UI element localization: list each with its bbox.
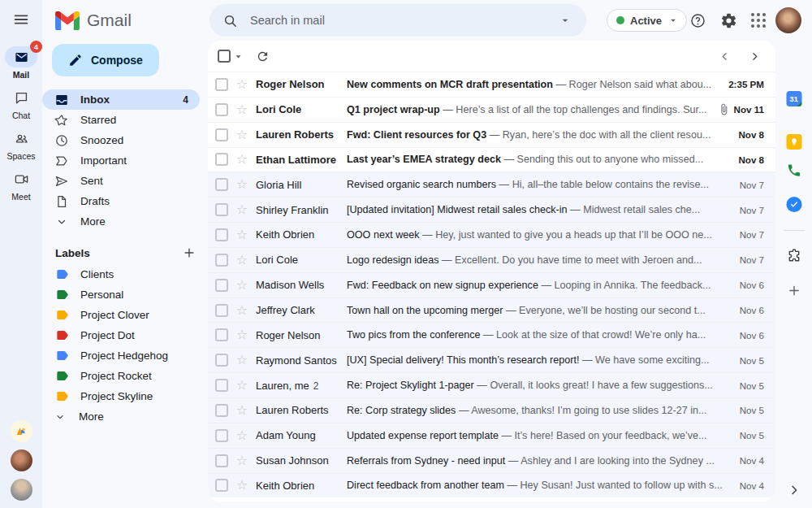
settings-button[interactable] (719, 11, 738, 30)
email-row[interactable]: ☆Lauren, me2Re: Project Skylight 1-pager… (208, 372, 775, 397)
row-checkbox[interactable] (215, 279, 228, 292)
sidebar-item-drafts[interactable]: Drafts (42, 191, 200, 211)
snippet: — Looping in Annika. The feedback... (538, 280, 711, 291)
row-checkbox[interactable] (215, 328, 228, 341)
row-checkbox[interactable] (215, 254, 228, 267)
sidebar-item-inbox[interactable]: Inbox4 (42, 89, 200, 110)
star-toggle[interactable]: ☆ (235, 404, 249, 417)
star-toggle[interactable]: ☆ (235, 479, 249, 492)
tasks-icon[interactable] (786, 197, 801, 212)
email-row[interactable]: ☆Keith ObrienDirect feedback from anothe… (208, 473, 775, 498)
star-toggle[interactable]: ☆ (235, 354, 249, 367)
contact-avatar-1[interactable] (11, 449, 32, 471)
labels-more-label: More (79, 410, 104, 423)
row-checkbox[interactable] (215, 454, 228, 467)
row-checkbox[interactable] (215, 78, 228, 91)
sidebar-item-starred[interactable]: Starred (42, 110, 200, 130)
refresh-button[interactable] (256, 50, 270, 63)
labels-more-button[interactable]: More (42, 406, 208, 427)
star-toggle[interactable]: ☆ (235, 128, 249, 141)
search-options-button[interactable] (559, 14, 572, 27)
email-row[interactable]: ☆Madison WellsFwd: Feedback on new signu… (208, 272, 775, 297)
email-row[interactable]: ☆Lauren RobertsRe: Corp strategy slides … (208, 397, 775, 423)
label-item-clients[interactable]: Clients (42, 264, 208, 284)
star-toggle[interactable]: ☆ (235, 429, 249, 442)
row-checkbox[interactable] (215, 304, 228, 317)
email-row[interactable]: ☆Lori ColeQ1 project wrap-up — Here’s a … (208, 97, 775, 122)
star-toggle[interactable]: ☆ (235, 279, 249, 292)
inbox-icon (54, 93, 69, 107)
star-toggle[interactable]: ☆ (235, 153, 249, 166)
sidebar-item-snoozed[interactable]: Snoozed (42, 130, 200, 150)
label-item-project-hedgehog[interactable]: Project Hedgehog (42, 345, 208, 366)
status-selector[interactable]: Active (607, 9, 687, 32)
star-toggle[interactable]: ☆ (235, 103, 249, 116)
email-row[interactable]: ☆Raymond Santos[UX] Special delivery! Th… (208, 347, 775, 372)
email-row[interactable]: ☆Roger NelsonTwo pics from the conferenc… (208, 322, 775, 347)
star-toggle[interactable]: ☆ (235, 78, 249, 91)
email-row[interactable]: ☆Shirley Franklin[Updated invitation] Mi… (208, 197, 775, 222)
search-icon[interactable] (222, 13, 238, 28)
star-toggle[interactable]: ☆ (235, 304, 249, 317)
star-toggle[interactable]: ☆ (235, 379, 249, 392)
addon-app-logo[interactable] (11, 420, 32, 442)
email-row[interactable]: ☆Ethan LattimoreLast year’s EMEA strateg… (208, 147, 775, 172)
row-checkbox[interactable] (215, 354, 228, 367)
search-bar[interactable]: Search in mail (209, 4, 586, 37)
label-item-project-skyline[interactable]: Project Skyline (42, 386, 208, 406)
star-toggle[interactable]: ☆ (235, 454, 249, 467)
star-toggle[interactable]: ☆ (235, 228, 249, 241)
sidebar-item-important[interactable]: Important (42, 150, 200, 171)
row-checkbox[interactable] (215, 153, 228, 166)
sidebar-item-sent[interactable]: Sent (42, 171, 200, 191)
email-row[interactable]: ☆Lori ColeLogo redesign ideas — Excellen… (208, 247, 775, 272)
newer-page-button[interactable] (719, 50, 731, 63)
create-label-button[interactable] (182, 245, 197, 260)
label-item-project-clover[interactable]: Project Clover (42, 305, 208, 325)
label-item-project-rocket[interactable]: Project Rocket (42, 366, 208, 386)
older-page-button[interactable] (749, 50, 761, 63)
star-toggle[interactable]: ☆ (235, 178, 249, 191)
row-checkbox[interactable] (215, 429, 228, 442)
sidebar-item-more[interactable]: More (42, 211, 200, 232)
email-row[interactable]: ☆Adam YoungUpdated expense report templa… (208, 423, 775, 448)
star-toggle[interactable]: ☆ (235, 254, 249, 267)
row-checkbox[interactable] (215, 379, 228, 392)
label-item-personal[interactable]: Personal (42, 284, 208, 305)
rail-item-chat[interactable]: Chat (0, 87, 42, 120)
email-row[interactable]: ☆Gloria HillRevised organic search numbe… (208, 172, 775, 197)
row-checkbox[interactable] (215, 203, 228, 216)
row-checkbox[interactable] (215, 178, 228, 191)
email-row[interactable]: ☆Roger NelsonNew comments on MCR draft p… (208, 72, 775, 97)
row-checkbox[interactable] (215, 404, 228, 417)
side-panel-expand-button[interactable] (787, 483, 803, 499)
main-menu-button[interactable] (0, 0, 42, 39)
rail-item-meet[interactable]: Meet (0, 168, 42, 202)
email-row[interactable]: ☆Susan JohnsonReferrals from Sydney - ne… (208, 448, 775, 473)
row-checkbox[interactable] (215, 128, 228, 141)
calendar-icon[interactable]: 31 (786, 91, 801, 106)
star-toggle[interactable]: ☆ (235, 328, 249, 341)
email-row[interactable]: ☆Keith ObrienOOO next week — Hey, just w… (208, 222, 775, 247)
select-options-button[interactable] (232, 50, 244, 63)
get-addons-button[interactable] (786, 283, 801, 298)
rail-item-spaces[interactable]: Spaces (0, 128, 42, 161)
email-row[interactable]: ☆Jeffrey ClarkTown hall on the upcoming … (208, 297, 775, 323)
google-apps-button[interactable] (749, 11, 768, 30)
select-all-checkbox[interactable] (218, 50, 231, 63)
label-item-project-dot[interactable]: Project Dot (42, 325, 208, 345)
rail-item-mail[interactable]: 4Mail (0, 46, 42, 80)
star-toggle[interactable]: ☆ (235, 203, 249, 216)
row-checkbox[interactable] (215, 103, 228, 116)
row-checkbox[interactable] (215, 228, 228, 241)
keep-icon[interactable] (786, 134, 801, 150)
compose-button[interactable]: Compose (52, 44, 159, 76)
help-button[interactable] (688, 11, 707, 30)
search-input[interactable]: Search in mail (250, 14, 559, 27)
addons-icon[interactable] (786, 248, 802, 264)
row-checkbox[interactable] (215, 479, 228, 492)
contact-avatar-2[interactable] (11, 479, 32, 501)
profile-avatar[interactable] (775, 7, 801, 33)
email-row[interactable]: ☆Lauren RobertsFwd: Client resources for… (208, 122, 775, 147)
voice-icon[interactable] (786, 163, 801, 178)
